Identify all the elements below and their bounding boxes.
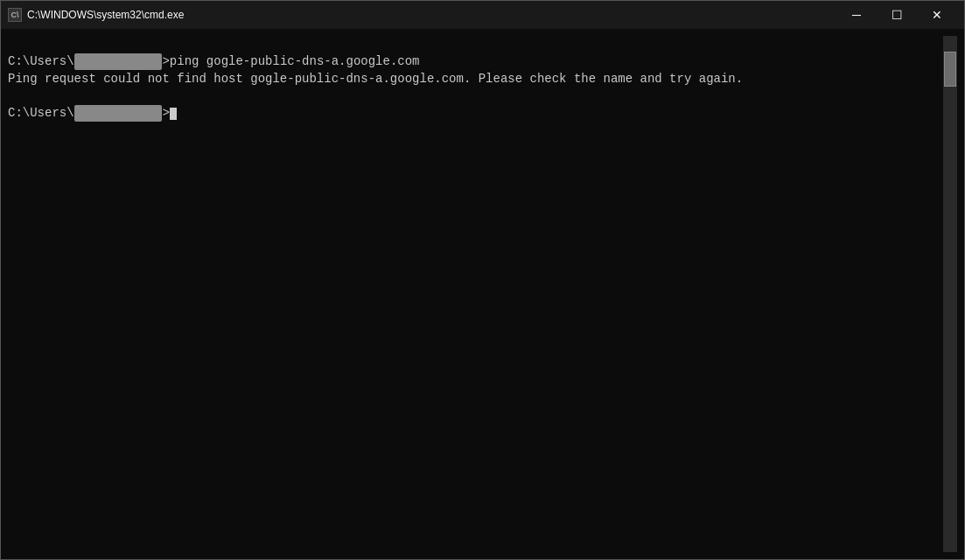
line4-redacted <box>74 105 163 122</box>
title-bar-left: C\ C:\WINDOWS\system32\cmd.exe <box>8 8 184 22</box>
terminal-body[interactable]: C:\Users\ >ping gogle-public-dns-a.googl… <box>1 29 964 559</box>
cmd-icon: C\ <box>8 8 22 22</box>
window-controls: ─ ☐ ✕ <box>836 1 957 29</box>
line2: Ping request could not find host gogle-p… <box>8 72 743 86</box>
scrollbar[interactable] <box>943 36 957 552</box>
scrollbar-thumb[interactable] <box>944 52 956 87</box>
line1: C:\Users\ >ping gogle-public-dns-a.googl… <box>8 54 420 68</box>
maximize-button[interactable]: ☐ <box>877 1 917 29</box>
window-title: C:\WINDOWS\system32\cmd.exe <box>27 9 184 21</box>
line4: C:\Users\ > <box>8 106 177 120</box>
close-button[interactable]: ✕ <box>917 1 957 29</box>
title-bar: C\ C:\WINDOWS\system32\cmd.exe ─ ☐ ✕ <box>1 1 964 29</box>
cmd-window: C\ C:\WINDOWS\system32\cmd.exe ─ ☐ ✕ C:\… <box>0 0 965 560</box>
line1-prefix: C:\Users\ <box>8 54 74 68</box>
line4-suffix: > <box>162 106 169 120</box>
minimize-button[interactable]: ─ <box>836 1 877 29</box>
line1-redacted <box>74 53 163 71</box>
terminal-content: C:\Users\ >ping gogle-public-dns-a.googl… <box>8 36 943 552</box>
terminal-cursor <box>170 108 177 120</box>
line1-command: >ping gogle-public-dns-a.google.com <box>162 54 419 68</box>
line4-prefix: C:\Users\ <box>8 106 74 120</box>
